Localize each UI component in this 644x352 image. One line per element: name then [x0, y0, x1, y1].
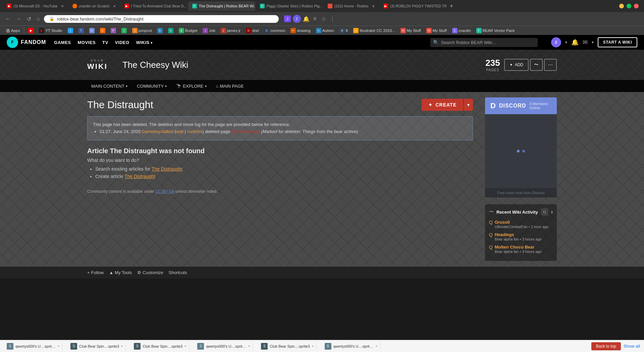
wiki-content: The Distraught ✦ CREATE ▾ This page has …: [87, 92, 480, 266]
bookmark-budget[interactable]: $ Budget: [177, 27, 199, 34]
activity-search-icon-2: Q: [489, 232, 493, 237]
job-label: Job: [209, 29, 215, 33]
bookmark-misc1[interactable]: P: [109, 27, 118, 34]
nav-movies[interactable]: MOVIES: [78, 40, 96, 45]
shortcuts-button[interactable]: Shortcuts: [169, 270, 187, 275]
profile-icon[interactable]: Z: [293, 15, 301, 23]
bookmark-dnd[interactable]: D dnd: [244, 27, 261, 34]
bookmark-common[interactable]: C common: [262, 27, 287, 34]
not-found-subtitle: What do you want to do?: [87, 158, 473, 163]
bookmark-bm2[interactable]: b: [166, 27, 175, 34]
follow-button[interactable]: + Follow: [87, 270, 104, 275]
deletion-user-link[interactable]: GameboyJailbot: [142, 129, 173, 134]
subnav-explore[interactable]: 🔭 EXPLORE: [172, 81, 210, 91]
bookmark-discord[interactable]: D: [87, 27, 97, 34]
window-maximize[interactable]: [627, 4, 631, 8]
nav-video[interactable]: VIDEO: [115, 40, 129, 45]
tab-2[interactable]: zvardin on Scratch ✕: [68, 1, 120, 11]
notifications-bell-icon[interactable]: 🔔: [571, 39, 579, 46]
bookmark-apps[interactable]: ⊞ Apps: [4, 27, 22, 34]
nav-tv[interactable]: TV: [102, 40, 108, 45]
wiki-more-button[interactable]: ⋯: [544, 59, 557, 71]
wiki-add-button[interactable]: ✦ ADD: [504, 59, 529, 71]
create-article-link[interactable]: The Distraught: [124, 174, 155, 179]
window-minimize[interactable]: [619, 4, 624, 8]
fandom-search-input[interactable]: [430, 38, 538, 47]
tab-1-title: (3) Minecraft 2D - YouTube: [13, 4, 58, 8]
scratch-favicon: S: [100, 28, 105, 33]
activity-title-3[interactable]: Molten Choco Bear: [495, 245, 542, 250]
create-icon: ✦: [428, 102, 433, 107]
extensions-icon[interactable]: J: [284, 15, 291, 22]
share-icon[interactable]: ≡: [312, 15, 318, 22]
notifications-icon[interactable]: 🔔: [303, 15, 310, 22]
bookmark-bear-vector[interactable]: F BEAR Vector Pack: [474, 27, 517, 34]
user-avatar-arrow[interactable]: ▾: [565, 40, 567, 45]
tab-1-close[interactable]: ✕: [61, 4, 64, 8]
nav-wikis[interactable]: WIKIS: [136, 40, 153, 45]
tab-7[interactable]: ▶ (3) ROBLOX PIGGY TWISTED TRI... ✕: [379, 1, 446, 11]
tab-3[interactable]: ▶ I Tried To Animated Club Bear D... ✕: [120, 1, 187, 11]
messages-arrow-icon[interactable]: ▾: [592, 40, 594, 45]
bookmark-my-stuff-2[interactable]: M My Stuff: [424, 27, 449, 34]
deletion-user-contribs[interactable]: contribs: [187, 129, 203, 134]
tab-5-title: Piggy (Starter Skin) | Roblox Pig...: [267, 4, 323, 8]
customize-button[interactable]: ⚙ Customize: [137, 270, 163, 275]
bookmark-8[interactable]: 8 8: [337, 27, 350, 34]
bookmark-star-icon[interactable]: ☆: [320, 15, 327, 22]
bookmark-scratch[interactable]: S: [98, 27, 107, 34]
activity-title-2[interactable]: Headlegs: [495, 232, 542, 237]
bookmark-drawing[interactable]: ✏ drawing: [288, 27, 312, 34]
bookmark-twitter[interactable]: t: [66, 27, 75, 34]
address-bar[interactable]: 🔒 roblox-bear.fandom.com/wiki/The_Distra…: [44, 15, 279, 23]
bookmark-j[interactable]: J: [119, 27, 129, 34]
start-wiki-button[interactable]: START A WIKI: [598, 37, 637, 47]
messages-icon[interactable]: ✉: [583, 39, 588, 46]
bookmark-autism[interactable]: A Autism: [314, 27, 336, 34]
tab-6-close[interactable]: ✕: [372, 4, 375, 8]
home-button[interactable]: ⌂: [35, 14, 41, 23]
deletion-page-link[interactable]: The Distraught: [231, 129, 260, 134]
bookmark-bm1[interactable]: b: [155, 27, 165, 34]
window-close[interactable]: [634, 4, 639, 8]
my-tools-button[interactable]: ▲ My Tools: [109, 270, 132, 275]
refresh-button[interactable]: ↺: [25, 14, 33, 24]
bookmark-my-stuff[interactable]: M My Stuff: [398, 27, 423, 34]
bookmark-illustrator[interactable]: Ai Illustrator CC 2019...: [351, 27, 397, 34]
subnav-community[interactable]: COMMUNITY: [133, 81, 171, 91]
bookmark-jumpcut[interactable]: J jumpcut: [130, 27, 154, 34]
back-button[interactable]: ←: [4, 14, 12, 23]
activity-title-1[interactable]: Gruss0: [495, 220, 548, 225]
community-content: Community content is available under CC-…: [87, 189, 473, 194]
bookmark-zvardin[interactable]: Z zvardin: [450, 27, 473, 34]
subnav-main-page[interactable]: ⌂ MAIN PAGE: [212, 81, 248, 91]
fandom-logo[interactable]: F FANDOM: [7, 37, 46, 48]
recent-activity-expand-button[interactable]: □: [541, 208, 548, 216]
tab-4[interactable]: F The Distraught | Roblox BEAR Wi... ✕: [188, 1, 255, 11]
bookmark-yt-studio[interactable]: ▶ YT Studio: [37, 27, 64, 34]
tab-5[interactable]: F Piggy (Starter Skin) | Roblox Pig... ✕: [256, 1, 323, 11]
tab-6[interactable]: (152) Home - Roblox ✕: [324, 1, 379, 11]
tab-1[interactable]: ▶ (3) Minecraft 2D - YouTube ✕: [3, 1, 68, 11]
search-link[interactable]: The Distraught: [152, 166, 182, 172]
user-avatar[interactable]: Z: [551, 37, 561, 47]
james-jr-favicon: J: [221, 28, 226, 33]
wiki-sidebar: D DISCORD 0 Members Online Free voice ch…: [480, 92, 557, 266]
subnav-main-content[interactable]: MAIN CONTENT: [87, 81, 131, 91]
new-tab-button[interactable]: +: [447, 3, 456, 10]
bookmark-yt-icon[interactable]: ▶: [26, 27, 36, 34]
forward-button[interactable]: →: [15, 14, 23, 23]
bookmark-job[interactable]: J Job: [201, 27, 217, 34]
create-button[interactable]: ✦ CREATE: [422, 99, 463, 111]
create-dropdown-button[interactable]: ▾: [464, 99, 473, 111]
deletion-user-wall[interactable]: wall: [176, 129, 183, 134]
settings-icon[interactable]: ⋮: [329, 15, 336, 22]
nav-games[interactable]: GAMES: [54, 40, 71, 45]
wiki-activity-button[interactable]: 〜: [530, 59, 543, 71]
fandom-nav-links: GAMES MOVIES TV VIDEO WIKIS: [54, 40, 152, 45]
cc-by-sa-link[interactable]: CC-BY-SA: [155, 189, 174, 194]
tab-2-close[interactable]: ✕: [113, 4, 116, 8]
bookmark-fb[interactable]: f: [76, 27, 86, 34]
recent-activity-arrow-button[interactable]: ›: [551, 209, 553, 215]
bookmark-james-jr[interactable]: J james jr: [219, 27, 243, 34]
